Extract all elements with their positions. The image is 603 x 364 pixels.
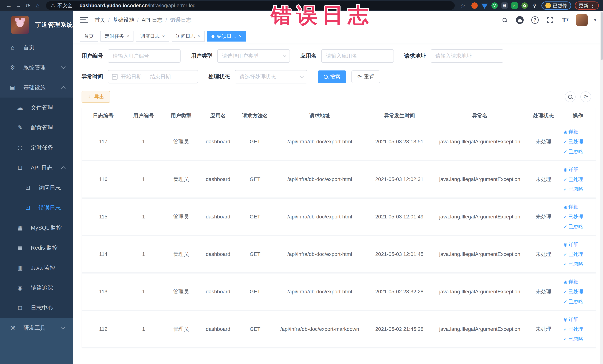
sidebar-item-定时任务[interactable]: ◷定时任务 xyxy=(0,138,73,158)
action-已处理[interactable]: ✓已处理 xyxy=(564,175,596,184)
action-已处理[interactable]: ✓已处理 xyxy=(564,137,596,147)
extension-icon[interactable]: V xyxy=(491,2,498,9)
action-已忽略[interactable]: ✓已忽略 xyxy=(564,334,596,344)
action-详细[interactable]: ◉详细 xyxy=(564,165,596,175)
refresh-table-button[interactable]: ⟳ xyxy=(580,91,591,102)
sidebar-item-redis-监控[interactable]: ≣Redis 监控 xyxy=(0,238,73,258)
action-已处理[interactable]: ✓已处理 xyxy=(564,324,596,334)
date-range-picker[interactable]: 开始日期 - 结束日期 xyxy=(108,70,198,83)
extension-icon[interactable] xyxy=(481,2,488,9)
cell-url: /api/infra/db-doc/export-html xyxy=(274,273,366,310)
sidebar: 芋道管理系统 ⌂首页⚙系统管理▣基础设施☁文件管理✎配置管理◷定时任务⊡API … xyxy=(0,11,73,364)
extension-icon[interactable]: ▦ xyxy=(501,2,508,9)
fullscreen-icon[interactable] xyxy=(546,16,555,24)
breadcrumb-item[interactable]: 基础设施 xyxy=(113,16,134,24)
sidebar-item-日志中心[interactable]: ⊞日志中心 xyxy=(0,298,73,318)
help-icon[interactable]: ? xyxy=(531,16,539,24)
action-已处理[interactable]: ✓已处理 xyxy=(564,249,596,259)
tab-访问日志[interactable]: 访问日志× xyxy=(172,31,205,42)
action-已忽略[interactable]: ✓已忽略 xyxy=(564,259,596,269)
forward-icon[interactable]: → xyxy=(14,2,23,9)
update-button[interactable]: 更新 ⋮ xyxy=(575,1,599,10)
extension-icon[interactable] xyxy=(471,2,478,9)
sidebar-item-java-监控[interactable]: ▥Java 监控 xyxy=(0,258,73,278)
close-icon[interactable]: × xyxy=(198,34,200,39)
back-icon[interactable]: ← xyxy=(4,2,14,9)
chevron-down-icon[interactable]: ▾ xyxy=(594,17,596,23)
action-详细[interactable]: ◉详细 xyxy=(564,240,596,249)
monitor-icon: ▣ xyxy=(9,84,16,91)
extensions-puzzle-icon[interactable]: ⚴ xyxy=(532,2,538,9)
error-log-icon: ⊡ xyxy=(24,204,32,211)
sidebar-item-系统管理[interactable]: ⚙系统管理 xyxy=(0,58,73,78)
sidebar-item-错误日志[interactable]: ⊡错误日志 xyxy=(0,198,73,218)
close-icon[interactable]: × xyxy=(127,34,129,39)
sidebar-item-研发工具[interactable]: ⚒研发工具 xyxy=(0,318,73,338)
tab-首页[interactable]: 首页 xyxy=(80,31,98,42)
export-button[interactable]: 导出 xyxy=(81,91,110,103)
app-name-input[interactable] xyxy=(321,49,394,63)
toggle-search-button[interactable] xyxy=(565,91,576,102)
action-详细[interactable]: ◉详细 xyxy=(564,127,596,137)
kebab-menu-icon[interactable]: ⋮ xyxy=(590,3,595,9)
action-label: 已处理 xyxy=(568,176,583,182)
home-icon[interactable]: ⌂ xyxy=(33,2,43,9)
cell-user_type: 管理员 xyxy=(162,235,200,273)
extension-on-icon[interactable]: on xyxy=(511,2,518,9)
close-icon[interactable]: × xyxy=(239,34,242,39)
cell-app: dashboard xyxy=(200,235,237,273)
action-详细[interactable]: ◉详细 xyxy=(564,202,596,212)
page-scrollbar[interactable] xyxy=(600,11,603,364)
breadcrumb-item[interactable]: API 日志 xyxy=(142,16,162,24)
tab-定时任务[interactable]: 定时任务× xyxy=(101,31,133,42)
sidebar-item-api-日志[interactable]: ⊡API 日志 xyxy=(0,158,73,178)
check-icon: ✓ xyxy=(564,187,567,192)
sidebar-item-基础设施[interactable]: ▣基础设施 xyxy=(0,78,73,97)
action-已忽略[interactable]: ✓已忽略 xyxy=(564,222,596,232)
sidebar-item-mysql-监控[interactable]: ▦MySQL 监控 xyxy=(0,218,73,238)
breadcrumb-item[interactable]: 首页 xyxy=(94,16,105,24)
user-id-input[interactable] xyxy=(108,49,181,63)
tools-icon: ⚒ xyxy=(9,324,16,331)
action-已忽略[interactable]: ✓已忽略 xyxy=(564,147,596,156)
scrollbar-thumb[interactable] xyxy=(601,12,603,60)
profile-paused-badge[interactable]: 已暂停 xyxy=(542,1,571,10)
tab-调度日志[interactable]: 调度日志× xyxy=(136,31,169,42)
close-icon[interactable]: × xyxy=(162,34,165,39)
extension-icon[interactable]: ✿ xyxy=(522,2,528,9)
reset-button[interactable]: ⟳ 重置 xyxy=(351,70,380,83)
reload-icon[interactable]: ⟳ xyxy=(23,2,33,9)
process-status-select[interactable]: 请选择处理状态 xyxy=(235,70,307,83)
address-bar[interactable]: ⚠ 不安全 | dashboard.yudao.iocoder.cn/infra… xyxy=(46,1,455,10)
sidebar-item-文件管理[interactable]: ☁文件管理 xyxy=(0,97,73,117)
sidebar-item-链路追踪[interactable]: ◉链路追踪 xyxy=(0,278,73,298)
action-已处理[interactable]: ✓已处理 xyxy=(564,287,596,297)
request-url-label: 请求地址 xyxy=(404,52,426,60)
paused-label: 已暂停 xyxy=(553,2,567,9)
tab-label: 错误日志 xyxy=(217,33,236,39)
user-avatar[interactable] xyxy=(576,14,588,26)
sidebar-item-配置管理[interactable]: ✎配置管理 xyxy=(0,117,73,138)
cell-user_type: 管理员 xyxy=(162,198,200,235)
search-button[interactable]: 搜索 xyxy=(318,70,346,83)
action-已处理[interactable]: ✓已处理 xyxy=(564,212,596,222)
github-icon[interactable] xyxy=(515,16,524,24)
search-icon[interactable] xyxy=(500,16,509,24)
font-size-icon[interactable]: TT xyxy=(561,16,570,24)
cell-status: 未处理 xyxy=(527,235,560,273)
user-type-select[interactable]: 请选择用户类型 xyxy=(217,49,290,63)
cell-time: 2021-05-03 12:02:31 xyxy=(366,161,433,198)
action-已忽略[interactable]: ✓已忽略 xyxy=(564,297,596,306)
sidebar-item-访问日志[interactable]: ⊡访问日志 xyxy=(0,178,73,198)
eye-icon: ◉ xyxy=(564,280,568,284)
action-label: 已忽略 xyxy=(568,299,583,304)
tab-错误日志[interactable]: 错误日志× xyxy=(207,31,246,42)
action-详细[interactable]: ◉详细 xyxy=(564,277,596,287)
bookmark-star-icon[interactable]: ☆ xyxy=(458,2,468,9)
sidebar-item-首页[interactable]: ⌂首页 xyxy=(0,37,73,58)
action-详细[interactable]: ◉详细 xyxy=(564,315,596,324)
logo-row[interactable]: 芋道管理系统 xyxy=(0,11,73,37)
collapse-sidebar-icon[interactable] xyxy=(80,17,88,23)
action-已忽略[interactable]: ✓已忽略 xyxy=(564,184,596,194)
request-url-input[interactable] xyxy=(431,49,503,63)
